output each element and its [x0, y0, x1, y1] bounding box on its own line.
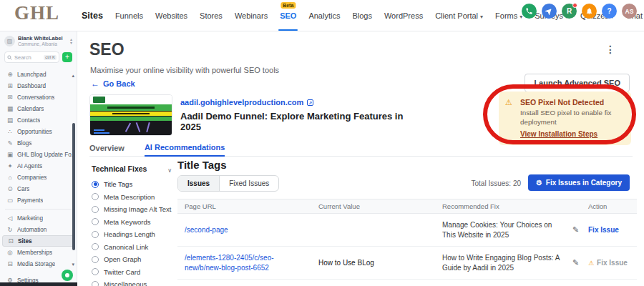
ai-agents-icon: ✦ — [6, 162, 14, 169]
radio-canonical-link[interactable]: Canonical Link — [92, 241, 171, 254]
sidebar-item-conversations[interactable]: ✉Conversations — [0, 92, 77, 103]
account-name: Blank WhiteLabel — [18, 35, 63, 41]
sidebar-bottom-bar — [0, 282, 77, 286]
external-link-icon — [307, 99, 313, 106]
tab-overview[interactable]: Overview — [89, 139, 125, 156]
nav-wordpress[interactable]: WordPress — [384, 0, 423, 31]
radio-miscellaneous[interactable]: Miscellaneous — [92, 278, 171, 286]
edit-pencil-icon[interactable] — [572, 225, 588, 235]
sidebar-item-companies[interactable]: ⌂Companies — [0, 172, 77, 183]
technical-fixes-header[interactable]: Technical Fixes — [92, 162, 172, 175]
fix-issue-link[interactable]: Fix Issue — [588, 226, 630, 234]
sidebar-item-blogs[interactable]: ✎Blogs — [0, 137, 77, 149]
fix-issue-link[interactable]: Fix Issue — [588, 259, 630, 267]
technical-fixes-list: Title Tags Meta Description Missing Imag… — [92, 178, 171, 286]
add-button[interactable] — [62, 52, 72, 62]
radio-icon — [92, 231, 99, 238]
sidebar-item-launchpad[interactable]: ⊕Launchpad — [0, 69, 77, 80]
dashboard-icon: ⊞ — [6, 82, 14, 89]
radio-open-graph[interactable]: Open Graph — [92, 253, 171, 266]
header-quick-icons: R ? AS — [522, 4, 637, 19]
sidebar-menu: ⊕Launchpad ⊞Dashboard ✉Conversations ▦Ca… — [0, 69, 77, 286]
chat-bubble-button[interactable] — [62, 270, 73, 281]
sidebar-item-dashboard[interactable]: ⊞Dashboard — [0, 80, 77, 92]
col-recommended-fix: Recommended Fix — [442, 202, 572, 210]
page-url-link[interactable]: /second-page — [185, 225, 318, 235]
sidebar-item-calendars[interactable]: ▦Calendars — [0, 103, 77, 114]
blogs-icon: ✎ — [6, 139, 14, 147]
help-icon[interactable]: ? — [602, 4, 617, 19]
tab-fixed-issues[interactable]: Fixed Issues — [220, 176, 278, 191]
site-domain-link[interactable]: aadil.gohighlevelproduction.com — [180, 98, 313, 107]
recommended-fix: How to Write Engaging Blog Posts: A Guid… — [442, 253, 572, 272]
section-title: Title Tags — [177, 159, 227, 171]
fix-issues-in-category-button[interactable]: Fix Issues in Category — [528, 174, 630, 191]
opportunities-icon: ∴ — [6, 128, 14, 135]
nav-analytics[interactable]: Analytics — [308, 0, 340, 31]
radio-icon — [92, 268, 99, 275]
nav-forms[interactable]: Forms — [495, 0, 522, 31]
avatar[interactable]: AS — [622, 4, 637, 19]
col-action: Action — [588, 202, 630, 210]
nav-stores[interactable]: Stores — [200, 0, 223, 31]
launch-advanced-seo-button[interactable]: Launch Advanced SEO — [525, 74, 630, 92]
col-current-value: Current Value — [318, 202, 442, 210]
sidebar-item-marketing[interactable]: ◁Marketing — [0, 212, 77, 224]
sidebar-item-contacts[interactable]: ▤Contacts — [0, 114, 77, 126]
reputation-icon[interactable]: R — [562, 4, 577, 19]
edit-pencil-icon[interactable] — [572, 258, 588, 267]
tab-issues[interactable]: Issues — [178, 176, 220, 191]
nav-seo[interactable]: Beta SEO — [280, 0, 296, 31]
nav-sites[interactable]: Sites — [82, 0, 103, 31]
sidebar-item-automation[interactable]: ↻Automation — [0, 224, 77, 235]
nav-webinars[interactable]: Webinars — [235, 0, 268, 31]
phone-icon[interactable] — [522, 4, 537, 19]
search-shortcut: ctrl K — [44, 55, 57, 60]
site-preview-thumbnail — [89, 94, 172, 136]
page-title: SEO — [89, 40, 125, 59]
warning-triangle-icon — [505, 98, 512, 107]
radio-icon — [92, 218, 99, 225]
radio-missing-image-alt-text[interactable]: Missing Image Alt Text — [92, 203, 171, 216]
radio-title-tags[interactable]: Title Tags — [92, 178, 171, 191]
tab-ai-recommendations[interactable]: AI Recommendations — [145, 139, 225, 157]
issues-table: Page URL Current Value Recommended Fix A… — [177, 199, 637, 286]
page-url-link[interactable]: /elements-1280-2405/c/seo-new/b/new-blog… — [185, 253, 318, 272]
sidebar-item-memberships[interactable]: ◎Memberships — [0, 247, 77, 258]
nav-client-portal[interactable]: Client Portal — [435, 0, 483, 31]
bell-icon[interactable] — [582, 4, 597, 19]
account-location: Cammune, Albania — [18, 41, 63, 47]
scroll-up-icon[interactable] — [72, 73, 74, 79]
active-tab-underline — [278, 29, 298, 31]
account-switcher[interactable]: Blank WhiteLabel Cammune, Albania — [0, 31, 77, 50]
recommended-fix: Manage Cookies: Your Choices on This Web… — [442, 220, 572, 240]
radio-twitter-card[interactable]: Twitter Card — [92, 266, 171, 279]
overflow-menu-icon[interactable] — [605, 43, 615, 56]
sidebar-item-cars[interactable]: ⊙Cars — [0, 183, 77, 194]
nav-blogs[interactable]: Blogs — [352, 0, 372, 31]
rocket-icon[interactable] — [542, 4, 557, 19]
sidebar-item-sites[interactable]: ⊡Sites — [2, 235, 74, 247]
go-back-link[interactable]: Go Back — [91, 79, 135, 89]
radio-icon — [92, 193, 99, 200]
warning-title: SEO Pixel Not Detected — [520, 98, 624, 107]
sidebar-scrollbar[interactable] — [72, 123, 75, 250]
sidebar-item-ai-agents[interactable]: ✦AI Agents — [0, 160, 77, 172]
search-input[interactable]: Search ctrl K — [4, 51, 59, 63]
sidebar-item-media-storage[interactable]: ⊟Media Storage — [0, 258, 77, 270]
nav-websites[interactable]: Websites — [155, 0, 187, 31]
scroll-down-icon[interactable] — [72, 262, 74, 267]
sidebar-divider — [5, 209, 72, 209]
radio-headings-length[interactable]: Headings Length — [92, 228, 171, 241]
page-subtitle: Maximise your online visibility with pow… — [90, 66, 279, 74]
nav-funnels[interactable]: Funnels — [115, 0, 143, 31]
radio-meta-keywords[interactable]: Meta Keywords — [92, 216, 171, 229]
sidebar-item-payments[interactable]: ▭Payments — [0, 194, 77, 206]
media-storage-icon: ⊟ — [6, 260, 14, 267]
total-issues-count: Total Issues: 20 — [472, 179, 521, 187]
contacts-icon: ▤ — [6, 117, 14, 124]
radio-meta-description[interactable]: Meta Description — [92, 191, 171, 204]
sidebar-item-ghl-blog-update[interactable]: ▣GHL Blog Update Fo... — [0, 149, 77, 160]
view-installation-steps-link[interactable]: View Installation Steps — [520, 130, 597, 138]
sidebar-item-opportunities[interactable]: ∴Opportunities — [0, 126, 77, 137]
